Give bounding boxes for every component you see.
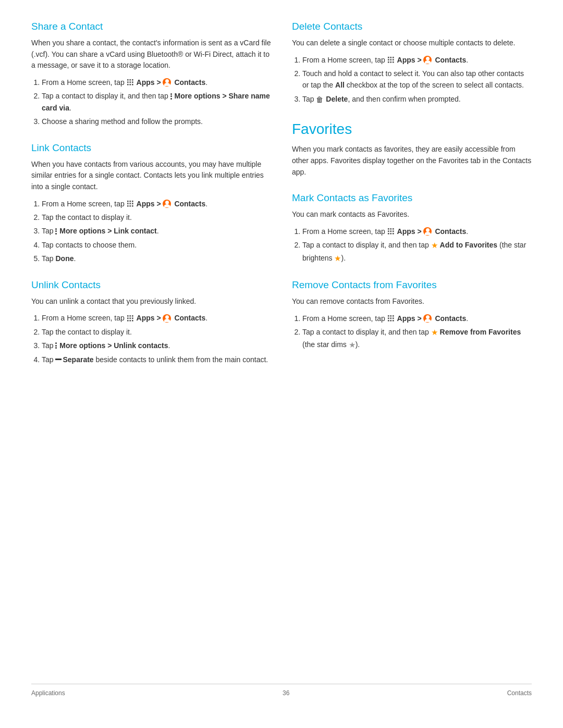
delete-contacts-steps: From a Home screen, tap Apps > Contacts.…: [302, 54, 532, 106]
list-item: Tap a contact to display it, and then ta…: [42, 90, 271, 114]
contacts-label: Contacts: [174, 78, 205, 87]
contacts-label: Contacts: [435, 56, 466, 64]
list-item: From a Home screen, tap Apps > Contacts.: [42, 312, 271, 324]
unlink-contacts-intro: You can unlink a contact that you previo…: [31, 296, 271, 307]
two-column-layout: Share a Contact When you share a contact…: [31, 21, 532, 684]
remove-favorites-title: Remove Contacts from Favorites: [292, 279, 532, 291]
add-favorites-label: Add to Favorites: [440, 241, 497, 249]
more-options-label: More options > Link contact: [59, 227, 156, 235]
apps-label: Apps >: [137, 78, 161, 87]
more-options-label: More options > Share name card via: [42, 92, 270, 112]
footer-left: Applications: [31, 689, 65, 697]
list-item: From a Home screen, tap Apps > Contacts.: [42, 77, 271, 88]
delete-contacts-intro: You can delete a single contact or choos…: [292, 38, 532, 49]
footer: Applications 36 Contacts: [31, 684, 532, 697]
apps-grid-icon: [387, 56, 395, 64]
contacts-icon: [423, 314, 432, 323]
star-bright-icon: ★: [334, 254, 341, 263]
list-item: Tap Separate beside contacts to unlink t…: [42, 354, 271, 365]
left-column: Share a Contact When you share a contact…: [31, 21, 271, 684]
list-item: Choose a sharing method and follow the p…: [42, 116, 271, 127]
contacts-icon: [163, 200, 171, 208]
contacts-icon: [423, 56, 432, 64]
remove-favorites-label: Remove from Favorites: [440, 328, 521, 336]
list-item: Tap a contact to display it, and then ta…: [302, 239, 532, 265]
list-item: Tap a contact to display it, and then ta…: [302, 326, 532, 352]
apps-grid-icon: [127, 79, 134, 86]
mark-favorites-steps: From a Home screen, tap Apps > Contacts.…: [302, 226, 532, 265]
share-contact-intro: When you share a contact, the contact's …: [31, 38, 271, 71]
favorites-intro: When you mark contacts as favorites, the…: [292, 144, 532, 178]
minus-icon: [55, 359, 62, 360]
apps-grid-icon: [127, 200, 134, 207]
contacts-icon: [423, 227, 432, 236]
list-item: Tap Done.: [42, 253, 271, 264]
star-filled-icon: ★: [431, 328, 438, 337]
list-item: Tap contacts to choose them.: [42, 239, 271, 251]
list-item: Tap 🗑 Delete, and then confirm when prom…: [302, 93, 532, 105]
page: Share a Contact When you share a contact…: [0, 0, 563, 728]
apps-label: Apps >: [137, 200, 161, 208]
list-item: From a Home screen, tap Apps > Contacts.: [302, 313, 532, 324]
list-item: Tap More options > Unlink contacts.: [42, 340, 271, 351]
apps-grid-icon: [387, 228, 395, 235]
trash-icon: 🗑: [316, 94, 323, 105]
all-label: All: [335, 81, 345, 89]
more-options-icon: [55, 342, 57, 349]
footer-page-number: 36: [283, 689, 289, 697]
remove-favorites-intro: You can remove contacts from Favorites.: [292, 296, 532, 307]
link-contacts-steps: From a Home screen, tap Apps > Contacts.…: [42, 198, 271, 265]
mark-favorites-intro: You can mark contacts as Favorites.: [292, 209, 532, 220]
delete-contacts-title: Delete Contacts: [292, 21, 532, 32]
contacts-label: Contacts: [174, 200, 205, 208]
star-filled-icon: ★: [431, 241, 438, 250]
contacts-icon: [163, 314, 171, 323]
contacts-icon: [163, 78, 171, 87]
contacts-label: Contacts: [174, 314, 205, 322]
apps-label: Apps >: [397, 314, 422, 323]
list-item: Tap the contact to display it.: [42, 212, 271, 223]
list-item: Tap More options > Link contact.: [42, 225, 271, 237]
done-label: Done: [55, 254, 74, 263]
separate-label: Separate: [63, 355, 93, 364]
star-dim-icon: ★: [349, 341, 356, 350]
list-item: From a Home screen, tap Apps > Contacts.: [42, 198, 271, 209]
more-options-icon: [170, 93, 172, 100]
link-contacts-intro: When you have contacts from various acco…: [31, 159, 271, 193]
footer-right: Contacts: [507, 689, 532, 697]
apps-label: Apps >: [137, 314, 161, 322]
more-options-icon: [55, 228, 57, 235]
list-item: Touch and hold a contact to select it. Y…: [302, 68, 532, 91]
delete-label: Delete: [326, 95, 348, 103]
share-contact-steps: From a Home screen, tap Apps > Contacts.…: [42, 77, 271, 128]
unlink-contacts-title: Unlink Contacts: [31, 279, 271, 291]
unlink-contacts-steps: From a Home screen, tap Apps > Contacts.…: [42, 312, 271, 365]
right-column: Delete Contacts You can delete a single …: [292, 21, 532, 684]
apps-grid-icon: [387, 315, 395, 322]
favorites-title: Favorites: [292, 121, 532, 138]
apps-grid-icon: [127, 315, 134, 322]
share-contact-title: Share a Contact: [31, 21, 271, 32]
remove-favorites-steps: From a Home screen, tap Apps > Contacts.…: [302, 313, 532, 352]
contacts-label: Contacts: [435, 314, 466, 323]
link-contacts-title: Link Contacts: [31, 142, 271, 154]
contacts-label: Contacts: [435, 227, 466, 236]
mark-favorites-title: Mark Contacts as Favorites: [292, 192, 532, 204]
list-item: From a Home screen, tap Apps > Contacts.: [302, 226, 532, 237]
apps-label: Apps >: [397, 227, 422, 236]
apps-label: Apps >: [397, 56, 422, 64]
list-item: From a Home screen, tap Apps > Contacts.: [302, 54, 532, 66]
more-options-label: More options > Unlink contacts: [59, 341, 168, 350]
list-item: Tap the contact to display it.: [42, 326, 271, 338]
